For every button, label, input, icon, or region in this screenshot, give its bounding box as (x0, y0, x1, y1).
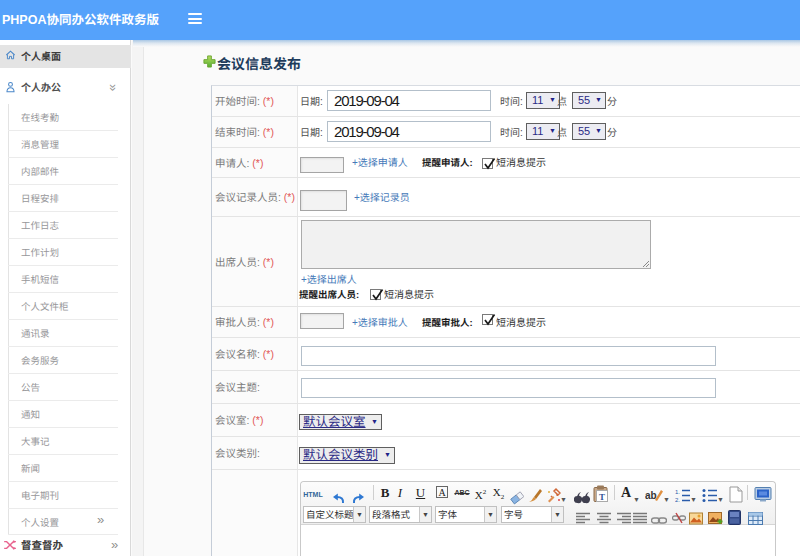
svg-text:T: T (599, 492, 605, 502)
svg-text:2.: 2. (675, 497, 680, 503)
svg-text:1.: 1. (675, 489, 680, 495)
svg-text:ab: ab (645, 490, 657, 501)
